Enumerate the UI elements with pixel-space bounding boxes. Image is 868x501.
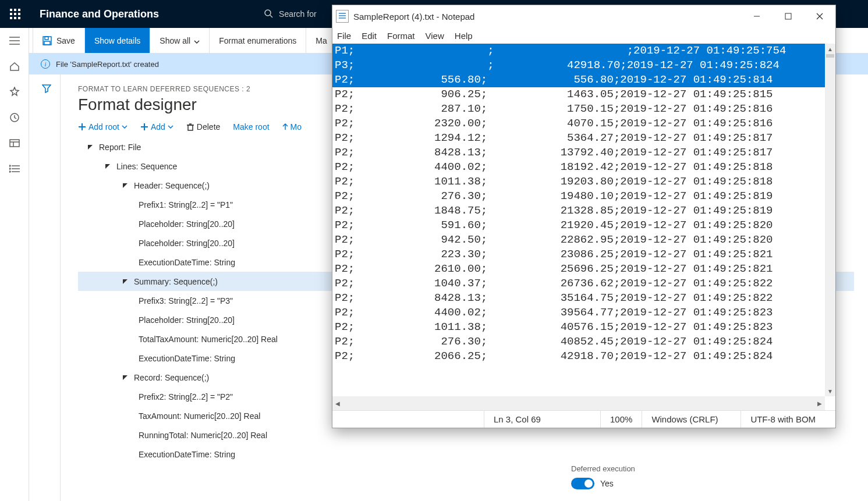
close-button[interactable] [804, 5, 835, 27]
deferred-value: Yes [600, 479, 614, 488]
make-root-button[interactable]: Make root [233, 122, 269, 132]
notepad-icon [336, 10, 349, 23]
svg-point-0 [265, 10, 271, 16]
svg-point-12 [9, 165, 10, 166]
app-title: Finance and Operations [40, 8, 159, 20]
clock-icon[interactable] [9, 112, 20, 123]
notepad-menubar: File Edit Format View Help [332, 27, 835, 44]
minimize-button[interactable] [741, 5, 773, 27]
caret-icon [105, 164, 111, 169]
deferred-label: Deferred execution [571, 464, 851, 473]
horizontal-scrollbar[interactable]: ◀ ▶ [332, 396, 825, 410]
show-all-button[interactable]: Show all [150, 28, 210, 53]
svg-point-13 [9, 168, 10, 169]
notepad-titlebar[interactable]: SampleReport (4).txt - Notepad [332, 5, 835, 27]
scroll-down-icon[interactable]: ▼ [825, 386, 835, 396]
show-all-label: Show all [160, 36, 190, 45]
status-eol: Windows (CRLF) [642, 411, 741, 428]
svg-rect-17 [44, 41, 50, 45]
notepad-statusbar: Ln 3, Col 69 100% Windows (CRLF) UTF-8 w… [332, 410, 835, 428]
notepad-body: P1; ; ;2019-12-27 01:49:25:754P3; ; 4291… [332, 44, 835, 410]
menu-view[interactable]: View [426, 31, 444, 41]
save-label: Save [56, 36, 75, 45]
svg-point-14 [9, 171, 10, 172]
status-encoding: UTF-8 with BOM [741, 411, 835, 428]
svg-rect-26 [785, 13, 791, 19]
search-icon [264, 9, 273, 20]
notepad-text[interactable]: P1; ; ;2019-12-27 01:49:25:754P3; ; 4291… [332, 44, 825, 396]
delete-button[interactable]: Delete [186, 122, 220, 132]
scroll-up-icon[interactable]: ▲ [825, 44, 835, 54]
left-rail [0, 28, 29, 501]
module-icon[interactable] [9, 137, 20, 149]
add-button[interactable]: Add [140, 122, 173, 132]
filter-icon[interactable] [42, 86, 51, 95]
scroll-right-icon[interactable]: ▶ [814, 400, 825, 407]
chevron-down-icon [194, 36, 200, 45]
caret-icon [122, 279, 128, 285]
format-enum-label: Format enumerations [219, 36, 296, 45]
save-button[interactable]: Save [33, 28, 85, 53]
home-icon[interactable] [9, 61, 20, 72]
move-up-button[interactable]: Mo [282, 122, 302, 132]
add-root-button[interactable]: Add root [78, 122, 127, 132]
status-zoom: 100% [600, 411, 642, 428]
maximize-button[interactable] [773, 5, 804, 27]
svg-rect-16 [45, 37, 48, 40]
vertical-scrollbar[interactable]: ▲ ▼ [825, 44, 835, 396]
list-icon[interactable] [9, 163, 20, 175]
star-icon[interactable] [9, 86, 20, 98]
format-enumerations-button[interactable]: Format enumerations [210, 28, 306, 53]
filter-column [33, 74, 61, 501]
caret-icon [122, 375, 128, 381]
menu-help[interactable]: Help [455, 31, 473, 41]
waffle-icon[interactable] [7, 6, 23, 22]
menu-edit[interactable]: Edit [362, 31, 377, 41]
info-icon: i [41, 59, 50, 69]
caret-icon [122, 183, 128, 189]
deferred-toggle[interactable] [571, 478, 594, 489]
svg-rect-6 [10, 140, 19, 147]
search-placeholder: Search for [279, 9, 317, 19]
notepad-title: SampleReport (4).txt - Notepad [353, 12, 474, 22]
search-box[interactable]: Search for [264, 9, 317, 20]
svg-rect-22 [188, 125, 193, 130]
notepad-window: SampleReport (4).txt - Notepad File Edit… [332, 5, 836, 428]
hamburger-icon[interactable] [9, 35, 20, 47]
menu-format[interactable]: Format [387, 31, 415, 41]
mapping-label: Ma [316, 36, 327, 45]
svg-line-1 [270, 15, 272, 17]
show-details-button[interactable]: Show details [85, 28, 150, 53]
show-details-label: Show details [94, 36, 140, 45]
menu-file[interactable]: File [337, 31, 351, 41]
scroll-left-icon[interactable]: ◀ [332, 400, 343, 407]
info-message: File 'SampleReport.txt' created [56, 60, 159, 69]
properties-panel: Deferred execution Yes [554, 453, 868, 501]
caret-icon [87, 144, 93, 150]
scroll-thumb[interactable] [826, 54, 834, 58]
status-position: Ln 3, Col 69 [484, 411, 600, 428]
